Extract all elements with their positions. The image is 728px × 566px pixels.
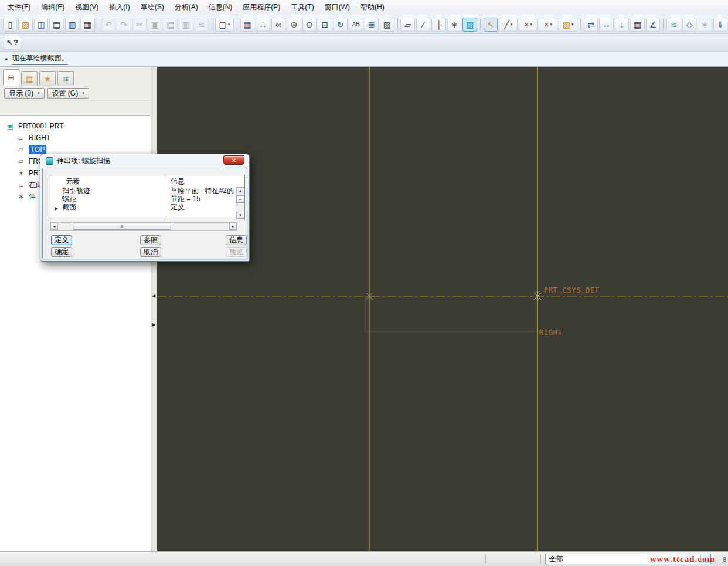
search-icon[interactable]: ≋: [195, 18, 209, 32]
sketch-canvas[interactable]: PRT_CSYS_DEF RIGHT: [157, 67, 728, 551]
menu-tools[interactable]: 工具(T): [285, 0, 319, 15]
references-button[interactable]: 参照: [140, 235, 161, 245]
paste-icon[interactable]: ▤: [164, 18, 178, 32]
paste-special-icon[interactable]: ▥: [179, 18, 193, 32]
table-row-section[interactable]: ▶ 截面 定义: [50, 204, 244, 212]
dialog-body: 元素 信息 扫引轨迹 草绘平面 - 特征#2的 螺距 节距 = 15 ▶ 截面 …: [42, 168, 247, 259]
settings-dropdown[interactable]: 设置 (G) ▾: [47, 88, 89, 99]
favorites-tab[interactable]: ★: [39, 71, 56, 86]
selection-filter-icon[interactable]: ▢▾: [215, 18, 234, 32]
scroll-right-icon[interactable]: ▸: [229, 223, 237, 230]
menu-info[interactable]: 信息(N): [203, 0, 238, 15]
table-vertical-scrollbar[interactable]: ▴ ≡ ▾: [236, 187, 244, 219]
plot-icon[interactable]: ▦: [80, 18, 94, 32]
star-tool-icon[interactable]: ∗: [698, 18, 712, 32]
trim-corner-icon[interactable]: ×▾: [539, 18, 557, 32]
toolbar-separator: [397, 18, 398, 31]
tree-item-right[interactable]: ▱ RIGHT: [0, 132, 151, 144]
model-tree-tab[interactable]: ⊟: [3, 69, 19, 86]
scroll-down-icon[interactable]: ▾: [236, 212, 244, 219]
line-tool-icon[interactable]: ╱▾: [499, 18, 518, 32]
scroll-up-icon[interactable]: ▴: [236, 187, 244, 194]
dialog-icon: [46, 157, 53, 165]
graphics-area[interactable]: PRT_CSYS_DEF RIGHT: [157, 67, 728, 551]
modify-tool-icon[interactable]: ▨▾: [559, 18, 577, 32]
point-display-icon[interactable]: ┼: [431, 18, 445, 32]
main-toolbar: ▯ ▧ ◫ ▤ ▥ ▦ ↶ ↷ ✂ ▣ ▤ ▥ ≋ ▢▾ ▦ ∴ ∞ ⊕ ⊖ ⊡…: [0, 15, 728, 34]
reorient-view-icon[interactable]: ↻: [334, 18, 348, 32]
graph-tool-icon[interactable]: ∠: [646, 18, 660, 32]
csys-display-icon[interactable]: ∗: [447, 18, 461, 32]
layers-icon[interactable]: ≣: [365, 18, 379, 32]
column-header-info: 信息: [166, 177, 244, 187]
sketch-display-icon[interactable]: ▨: [462, 18, 477, 32]
table-header-row: 元素 信息: [50, 175, 244, 187]
menu-sketch[interactable]: 草绘(S): [135, 0, 169, 15]
menu-edit[interactable]: 编辑(E): [36, 0, 70, 15]
annotations-icon[interactable]: AB: [349, 18, 363, 32]
plane-display-icon[interactable]: ▱: [400, 18, 414, 32]
expander-icon[interactable]: ▶: [55, 205, 58, 212]
toolbar-separator: [480, 18, 481, 31]
save-icon[interactable]: ◫: [34, 18, 48, 32]
axis-display-icon[interactable]: ∕: [416, 18, 430, 32]
collapse-left-icon[interactable]: ◀: [152, 293, 155, 299]
sketch-setup-icon[interactable]: ⇄: [584, 18, 598, 32]
define-button[interactable]: 定义: [51, 235, 72, 245]
sketch-view-icon[interactable]: ▦: [240, 18, 254, 32]
chevron-down-icon: ▾: [38, 91, 40, 96]
sketch-section-rect[interactable]: [365, 296, 538, 331]
new-file-icon[interactable]: ▯: [3, 18, 17, 32]
zoom-refit-icon[interactable]: ⊡: [318, 18, 332, 32]
part-icon: ▣: [6, 122, 15, 130]
info-button[interactable]: 信息: [226, 235, 247, 245]
column-header-element: 元素: [50, 177, 166, 187]
table-row-pitch[interactable]: 螺距 节距 = 15: [50, 195, 244, 204]
menu-view[interactable]: 视图(V): [70, 0, 104, 15]
undo-icon[interactable]: ↶: [101, 18, 115, 32]
references-icon[interactable]: ↔: [599, 18, 613, 32]
find-references-icon[interactable]: ∞: [271, 18, 285, 32]
print-icon[interactable]: ▤: [49, 18, 63, 32]
menu-window[interactable]: 窗口(W): [319, 0, 355, 15]
menu-file[interactable]: 文件(F): [2, 0, 36, 15]
zoom-in-icon[interactable]: ⊕: [287, 18, 301, 32]
table-row-trajectory[interactable]: 扫引轨迹 草绘平面 - 特征#2的: [50, 187, 244, 195]
dialog-titlebar[interactable]: 伸出项: 螺旋扫描: [40, 154, 249, 168]
delete-segment-icon[interactable]: ×▾: [519, 18, 538, 32]
open-file-icon[interactable]: ▧: [18, 18, 32, 32]
datum-points-icon[interactable]: ∴: [256, 18, 270, 32]
view-manager-icon[interactable]: ▧: [380, 18, 394, 32]
cut-icon[interactable]: ✂: [132, 18, 147, 32]
preview-button[interactable]: 预览: [226, 247, 247, 257]
menu-insert[interactable]: 插入(I): [104, 0, 135, 15]
grid-settings-icon[interactable]: ▦: [630, 18, 644, 32]
copy-icon[interactable]: ▣: [148, 18, 162, 32]
print-preview-icon[interactable]: ▥: [65, 18, 79, 32]
datum-tool-icon[interactable]: ◇: [682, 18, 696, 32]
history-tab[interactable]: ≋: [57, 71, 74, 86]
menu-analysis[interactable]: 分析(A): [169, 0, 203, 15]
show-dropdown[interactable]: 显示 (0) ▾: [4, 88, 45, 99]
ok-button[interactable]: 确定: [51, 247, 72, 257]
vscroll-thumb[interactable]: ≡: [236, 195, 244, 203]
coordinate-dim-icon[interactable]: ↓: [615, 18, 629, 32]
toolbar-separator: [98, 18, 98, 31]
collapse-right-icon[interactable]: ▶: [152, 322, 155, 327]
tree-item-part[interactable]: ▣ PRT0001.PRT: [0, 120, 151, 132]
select-items-icon[interactable]: ↖: [484, 18, 498, 32]
scroll-left-icon[interactable]: ◂: [50, 223, 58, 230]
shade-tool-icon[interactable]: ≋: [666, 18, 681, 32]
finish-icon[interactable]: ⇓: [713, 18, 727, 32]
close-icon[interactable]: ✕: [223, 155, 244, 165]
context-help-icon[interactable]: ↖?: [4, 36, 21, 50]
panel-splitter[interactable]: ◀ ▶: [151, 67, 157, 551]
cancel-button[interactable]: 取消: [140, 247, 161, 257]
hscroll-thumb[interactable]: ≡: [73, 223, 171, 230]
table-horizontal-scrollbar[interactable]: ◂ ≡ ▸: [50, 222, 237, 231]
menu-applications[interactable]: 应用程序(P): [237, 0, 285, 15]
menu-help[interactable]: 帮助(H): [355, 0, 390, 15]
folder-browser-tab[interactable]: ▤: [21, 71, 38, 86]
zoom-out-icon[interactable]: ⊖: [302, 18, 317, 32]
redo-icon[interactable]: ↷: [117, 18, 131, 32]
